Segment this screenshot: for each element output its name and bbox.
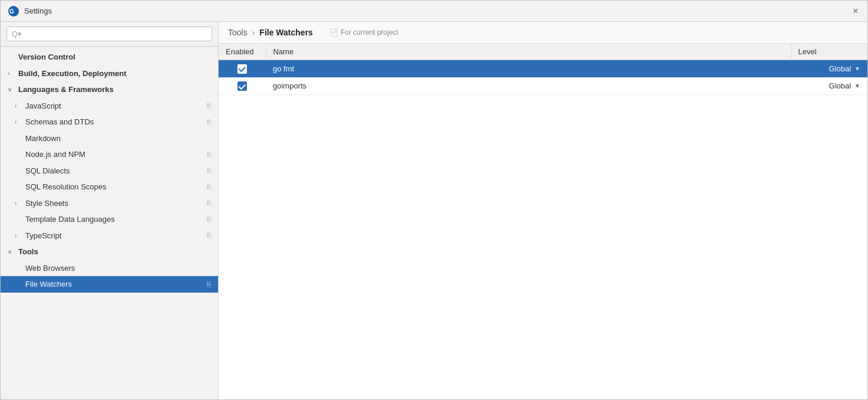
app-icon: G (8, 5, 19, 17)
note-icon: 📄 (329, 28, 338, 37)
sidebar-item-label: Web Browsers (25, 263, 75, 274)
copy-icon: ⎘ (207, 214, 211, 225)
sidebar-item-tools[interactable]: ∨ Tools (1, 244, 218, 260)
svg-text:G: G (9, 8, 14, 15)
window-title: Settings (24, 6, 52, 15)
sidebar-item-label: TypeScript (25, 230, 61, 242)
dropdown-arrow-icon: ▼ (854, 65, 860, 72)
title-bar-left: G Settings (8, 5, 52, 17)
th-enabled: Enabled (219, 44, 266, 60)
name-cell: go fmt (266, 60, 791, 78)
sidebar-item-sql-resolution-scopes[interactable]: SQL Resolution Scopes ⎘ (1, 179, 218, 195)
title-bar: G Settings × (1, 1, 867, 22)
level-dropdown[interactable]: Global ▼ (798, 64, 860, 73)
enabled-checkbox[interactable] (237, 64, 247, 74)
sidebar-item-markdown[interactable]: Markdown (1, 130, 218, 147)
table-row[interactable]: goimports Global ▼ (219, 77, 867, 95)
copy-icon: ⎘ (207, 100, 211, 111)
breadcrumb-current: File Watchers (259, 28, 313, 37)
copy-icon: ⎘ (207, 230, 211, 241)
sidebar: Version Control › Build, Execution, Depl… (1, 22, 219, 399)
copy-icon: ⎘ (207, 117, 211, 127)
copy-icon: ⎘ (207, 279, 211, 290)
sidebar-item-typescript[interactable]: › TypeScript ⎘ (1, 228, 218, 244)
sidebar-item-web-browsers[interactable]: Web Browsers (1, 260, 218, 277)
table-header-row: Enabled Name Level (219, 44, 867, 60)
dropdown-arrow-icon: ▼ (854, 83, 860, 89)
th-level: Level (791, 44, 867, 60)
copy-icon: ⎘ (207, 198, 211, 208)
level-value: Global (829, 81, 852, 90)
breadcrumb-parent: Tools (228, 28, 247, 37)
sidebar-item-label: Schemas and DTDs (25, 116, 94, 128)
sidebar-item-languages-frameworks[interactable]: ∨ Languages & Frameworks (1, 81, 218, 98)
sidebar-item-label: JavaScript (25, 100, 61, 112)
breadcrumb-bar: Tools › File Watchers 📄 For current proj… (219, 22, 867, 44)
sidebar-item-label: Node.js and NPM (25, 149, 85, 160)
chevron-icon: › (15, 117, 23, 126)
level-cell[interactable]: Global ▼ (791, 60, 867, 78)
sidebar-content: Version Control › Build, Execution, Depl… (1, 47, 218, 399)
chevron-icon: › (15, 101, 23, 110)
table-container: Enabled Name Level (219, 44, 867, 399)
copy-icon: ⎘ (207, 182, 211, 192)
search-input[interactable] (6, 27, 212, 41)
sidebar-item-label: Markdown (25, 133, 61, 145)
sidebar-item-nodejs-npm[interactable]: Node.js and NPM ⎘ (1, 146, 218, 163)
chevron-icon: › (15, 199, 23, 208)
copy-icon: ⎘ (207, 149, 211, 160)
sidebar-item-label: File Watchers (25, 278, 72, 290)
sidebar-item-build-execution-deployment[interactable]: › Build, Execution, Deployment (1, 65, 218, 82)
sidebar-item-file-watchers[interactable]: File Watchers ⎘ (1, 276, 218, 293)
file-watchers-table: Enabled Name Level (219, 44, 867, 95)
level-dropdown[interactable]: Global ▼ (798, 81, 860, 90)
search-container (1, 22, 218, 47)
content-area: Tools › File Watchers 📄 For current proj… (219, 22, 867, 399)
sidebar-item-sql-dialects[interactable]: SQL Dialects ⎘ (1, 163, 218, 179)
sidebar-item-template-data-languages[interactable]: Template Data Languages ⎘ (1, 211, 218, 228)
sidebar-item-label: Template Data Languages (25, 214, 115, 225)
main-container: Version Control › Build, Execution, Depl… (1, 22, 867, 399)
close-button[interactable]: × (851, 6, 860, 16)
row-name: go fmt (273, 64, 294, 73)
row-name: goimports (273, 81, 306, 90)
enabled-cell[interactable] (219, 77, 266, 95)
chevron-icon: › (8, 69, 16, 78)
table-row[interactable]: go fmt Global ▼ (219, 60, 867, 78)
sidebar-item-label: Tools (18, 246, 38, 258)
sidebar-item-label: SQL Dialects (25, 165, 70, 177)
level-value: Global (829, 64, 852, 73)
enabled-checkbox[interactable] (237, 81, 247, 91)
copy-icon: ⎘ (207, 165, 211, 176)
sidebar-item-schemas-dtds[interactable]: › Schemas and DTDs ⎘ (1, 114, 218, 130)
sidebar-item-label: Build, Execution, Deployment (18, 68, 126, 80)
sidebar-item-label: SQL Resolution Scopes (25, 181, 107, 193)
sidebar-item-label: Style Sheets (25, 198, 68, 209)
breadcrumb-separator: › (252, 28, 255, 37)
sidebar-item-version-control[interactable]: Version Control (1, 49, 218, 65)
chevron-icon: › (15, 231, 23, 240)
level-cell[interactable]: Global ▼ (791, 77, 867, 95)
sidebar-item-style-sheets[interactable]: › Style Sheets ⎘ (1, 195, 218, 212)
breadcrumb-note: 📄 For current project (329, 28, 398, 37)
breadcrumb-note-text: For current project (341, 28, 398, 37)
settings-window: G Settings × Version Control › Build, Ex… (0, 0, 868, 400)
chevron-icon: ∨ (8, 85, 16, 94)
chevron-icon: ∨ (8, 247, 16, 256)
sidebar-item-javascript[interactable]: › JavaScript ⎘ (1, 98, 218, 114)
sidebar-item-label: Version Control (18, 51, 75, 63)
sidebar-item-label: Languages & Frameworks (18, 84, 114, 96)
name-cell: goimports (266, 77, 791, 95)
enabled-cell[interactable] (219, 60, 266, 78)
th-name: Name (266, 44, 791, 60)
